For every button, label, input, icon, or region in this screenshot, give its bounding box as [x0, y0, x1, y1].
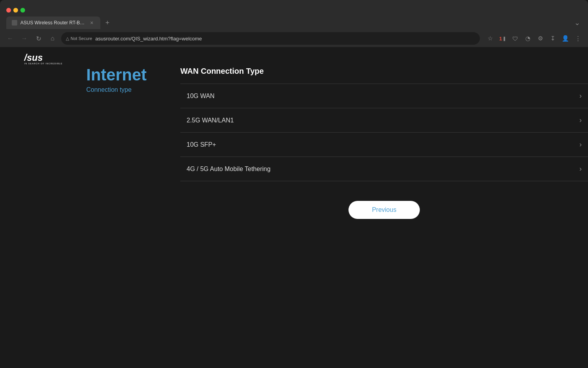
- asus-logo-area: /sus IN SEARCH OF INCREDIBLE: [24, 49, 63, 67]
- address-bar[interactable]: △ Not Secure asusrouter.com/QIS_wizard.h…: [61, 32, 480, 45]
- page-content: /sus IN SEARCH OF INCREDIBLE Internet Co…: [0, 47, 588, 368]
- tab-close-icon[interactable]: ×: [89, 20, 95, 26]
- maximize-button[interactable]: [20, 8, 25, 13]
- browser-chrome: ASUS Wireless Router RT-BE... × + ⌄ ← → …: [0, 0, 588, 47]
- asus-logo: /sus IN SEARCH OF INCREDIBLE: [24, 49, 63, 67]
- minimize-button[interactable]: [13, 8, 18, 13]
- chevron-right-icon: ›: [579, 140, 582, 149]
- button-row: Previous: [180, 189, 588, 219]
- tab-title: ASUS Wireless Router RT-BE...: [20, 20, 85, 26]
- tab-list-chevron-icon[interactable]: ⌄: [573, 17, 582, 29]
- tab-bar: ASUS Wireless Router RT-BE... × + ⌄: [0, 16, 588, 30]
- chevron-right-icon: ›: [579, 165, 582, 173]
- forward-button[interactable]: →: [19, 33, 30, 44]
- security-warning: △ Not Secure: [66, 36, 92, 41]
- previous-button[interactable]: Previous: [348, 201, 420, 219]
- shield-icon[interactable]: 🛡: [510, 33, 521, 44]
- new-tab-button[interactable]: +: [102, 17, 113, 28]
- connection-label-10g-wan: 10G WAN: [187, 93, 214, 100]
- page-title: Internet: [86, 67, 157, 83]
- reload-button[interactable]: ↻: [33, 33, 44, 44]
- connection-item-4g5g[interactable]: 4G / 5G Auto Mobile Tethering ›: [180, 157, 588, 181]
- connection-item-10g-sfp[interactable]: 10G SFP+ ›: [180, 133, 588, 157]
- vpn-icon[interactable]: ◔: [522, 33, 533, 44]
- tab-favicon: [12, 20, 17, 26]
- puzzle-icon[interactable]: ⚙: [535, 33, 546, 44]
- connection-item-10g-wan[interactable]: 10G WAN ›: [180, 84, 588, 108]
- main-layout: Internet Connection type WAN Connection …: [0, 47, 588, 219]
- svg-text:IN SEARCH OF INCREDIBLE: IN SEARCH OF INCREDIBLE: [24, 62, 63, 65]
- left-panel: Internet Connection type: [86, 67, 157, 219]
- svg-text:/sus: /sus: [24, 53, 43, 63]
- traffic-lights: [6, 8, 25, 13]
- connection-item-25g-wan[interactable]: 2.5G WAN/LAN1 ›: [180, 108, 588, 133]
- title-bar: [0, 0, 588, 16]
- connection-label-25g-wan: 2.5G WAN/LAN1: [187, 117, 234, 124]
- toolbar-icons: ☆ 1 ❚ 🛡 ◔ ⚙ ↧ 👤 ⋮: [485, 33, 583, 44]
- extension-badge-icon[interactable]: 1 ❚: [497, 33, 508, 44]
- chevron-right-icon: ›: [579, 116, 582, 124]
- connection-list: 10G WAN › 2.5G WAN/LAN1 › 10G SFP+ › 4G …: [180, 84, 588, 181]
- section-title: WAN Connection Type: [180, 67, 588, 76]
- bookmark-icon[interactable]: ☆: [485, 33, 495, 44]
- address-bar-row: ← → ↻ ⌂ △ Not Secure asusrouter.com/QIS_…: [0, 30, 588, 47]
- security-label: Not Secure: [71, 36, 92, 41]
- account-icon[interactable]: 👤: [560, 33, 571, 44]
- menu-icon[interactable]: ⋮: [572, 33, 583, 44]
- active-tab[interactable]: ASUS Wireless Router RT-BE... ×: [6, 16, 100, 29]
- back-button[interactable]: ←: [5, 33, 16, 44]
- warning-icon: △: [66, 36, 69, 41]
- home-button[interactable]: ⌂: [47, 33, 58, 44]
- close-button[interactable]: [6, 8, 11, 13]
- download-icon[interactable]: ↧: [547, 33, 558, 44]
- url-display: asusrouter.com/QIS_wizard.htm?flag=welco…: [95, 36, 475, 42]
- asus-logo-svg: /sus IN SEARCH OF INCREDIBLE: [24, 49, 63, 67]
- chevron-right-icon: ›: [579, 92, 582, 100]
- connection-label-4g5g: 4G / 5G Auto Mobile Tethering: [187, 166, 270, 173]
- right-panel: WAN Connection Type 10G WAN › 2.5G WAN/L…: [180, 67, 588, 219]
- page-subtitle: Connection type: [86, 86, 157, 93]
- connection-label-10g-sfp: 10G SFP+: [187, 141, 216, 148]
